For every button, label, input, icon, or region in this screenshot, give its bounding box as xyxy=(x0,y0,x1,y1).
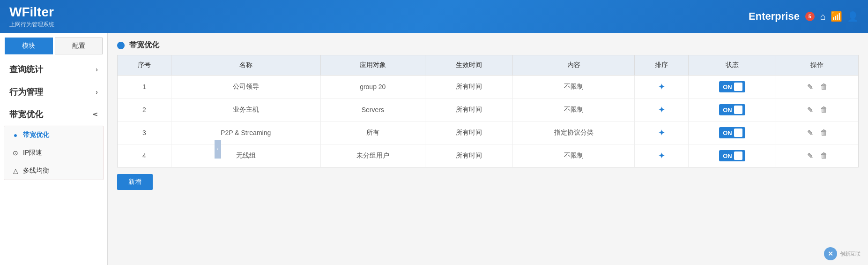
cell-content: 不限制 xyxy=(513,98,634,121)
sidebar-item-behavior-label: 行为管理 xyxy=(9,86,43,98)
toggle-knob xyxy=(734,129,742,137)
action-icons: ✎ 🗑 xyxy=(780,128,854,138)
sidebar-item-query-stats[interactable]: 查询统计 › xyxy=(0,58,107,81)
sidebar-item-behavior[interactable]: 行为管理 › xyxy=(0,81,107,103)
wifi-icon[interactable]: 📶 xyxy=(831,11,842,22)
toggle-on-label: ON xyxy=(723,129,732,136)
app-header: WFilter 上网行为管理系统 Enterprise 5 ⌂ 📶 👤 xyxy=(0,0,868,33)
delete-icon[interactable]: 🗑 xyxy=(819,105,829,115)
col-action: 操作 xyxy=(776,55,858,76)
drag-handle-icon[interactable]: ✦ xyxy=(658,128,665,137)
col-status: 状态 xyxy=(689,55,776,76)
ip-limit-icon: ⊙ xyxy=(12,149,19,157)
sidebar-item-query-stats-label: 查询统计 xyxy=(9,64,43,75)
edit-icon[interactable]: ✎ xyxy=(805,105,815,115)
edit-icon[interactable]: ✎ xyxy=(805,151,815,161)
cell-time: 所有时间 xyxy=(425,98,512,121)
col-target: 应用对象 xyxy=(320,55,425,76)
page-header: 带宽优化 xyxy=(108,33,868,55)
chevron-right-icon: › xyxy=(96,66,98,73)
cell-actions: ✎ 🗑 xyxy=(776,121,858,144)
cell-status[interactable]: ON xyxy=(689,76,776,98)
bandwidth-table-container: 序号 名称 应用对象 生效时间 内容 排序 状态 操作 1 公司领导 group… xyxy=(117,55,859,167)
table-row: 2 业务主机 Servers 所有时间 不限制 ✦ ON ✎ 🗑 xyxy=(118,98,858,121)
status-toggle[interactable]: ON xyxy=(719,127,745,138)
footer-logo-icon: ✕ xyxy=(824,247,837,260)
enterprise-label: Enterprise xyxy=(749,10,800,23)
sidebar: 模块 配置 查询统计 › 行为管理 › 带宽优化 ∨ ● 带宽优化 xyxy=(0,33,108,265)
toggle-on-label: ON xyxy=(723,83,732,91)
cell-time: 所有时间 xyxy=(425,76,512,98)
col-name: 名称 xyxy=(171,55,320,76)
action-icons: ✎ 🗑 xyxy=(780,151,854,161)
cell-time: 所有时间 xyxy=(425,121,512,144)
home-icon[interactable]: ⌂ xyxy=(820,11,826,22)
edit-icon[interactable]: ✎ xyxy=(805,82,815,92)
main-content: 带宽优化 序号 名称 应用对象 生效时间 内容 排序 状态 操作 xyxy=(108,33,868,265)
cell-id: 4 xyxy=(118,144,171,167)
status-toggle[interactable]: ON xyxy=(719,81,745,92)
col-time: 生效时间 xyxy=(425,55,512,76)
sidebar-item-bandwidth-label: 带宽优化 xyxy=(9,109,43,120)
cell-id: 3 xyxy=(118,121,171,144)
toggle-on-label: ON xyxy=(723,106,732,114)
delete-icon[interactable]: 🗑 xyxy=(819,151,829,161)
cell-sort[interactable]: ✦ xyxy=(634,121,689,144)
user-icon[interactable]: 👤 xyxy=(847,11,859,22)
cell-target: 未分组用户 xyxy=(320,144,425,167)
col-id: 序号 xyxy=(118,55,171,76)
bandwidth-table: 序号 名称 应用对象 生效时间 内容 排序 状态 操作 1 公司领导 group… xyxy=(118,55,858,167)
table-row: 1 公司领导 group 20 所有时间 不限制 ✦ ON ✎ 🗑 xyxy=(118,76,858,98)
cell-actions: ✎ 🗑 xyxy=(776,144,858,167)
status-toggle[interactable]: ON xyxy=(719,150,745,161)
toggle-knob xyxy=(734,83,742,91)
status-toggle[interactable]: ON xyxy=(719,104,745,115)
cell-target: Servers xyxy=(320,98,425,121)
cell-target: 所有 xyxy=(320,121,425,144)
cell-name: 无线组 xyxy=(171,144,320,167)
sidebar-item-bandwidth[interactable]: 带宽优化 ∨ xyxy=(0,103,107,126)
action-icons: ✎ 🗑 xyxy=(780,105,854,115)
sidebar-subitem-bandwidth-opt[interactable]: ● 带宽优化 xyxy=(4,126,103,144)
action-icons: ✎ 🗑 xyxy=(780,82,854,92)
sidebar-subitem-ip-limit[interactable]: ⊙ IP限速 xyxy=(4,144,103,162)
sidebar-menu: 查询统计 › 行为管理 › 带宽优化 ∨ ● 带宽优化 ⊙ IP限速 xyxy=(0,54,107,265)
logo-subtitle: 上网行为管理系统 xyxy=(9,21,54,29)
cell-actions: ✎ 🗑 xyxy=(776,98,858,121)
drag-handle-icon[interactable]: ✦ xyxy=(658,151,665,160)
tab-module[interactable]: 模块 xyxy=(5,38,53,54)
notification-badge[interactable]: 5 xyxy=(805,12,815,21)
cell-name: 公司领导 xyxy=(171,76,320,98)
table-row: 3 P2P & Streaming 所有 所有时间 指定协议分类 ✦ ON ✎ … xyxy=(118,121,858,144)
cell-sort[interactable]: ✦ xyxy=(634,144,689,167)
cell-id: 2 xyxy=(118,98,171,121)
delete-icon[interactable]: 🗑 xyxy=(819,128,829,138)
drag-handle-icon[interactable]: ✦ xyxy=(658,82,665,91)
cell-status[interactable]: ON xyxy=(689,98,776,121)
cell-status[interactable]: ON xyxy=(689,121,776,144)
edit-icon[interactable]: ✎ xyxy=(805,128,815,138)
main-layout: 模块 配置 查询统计 › 行为管理 › 带宽优化 ∨ ● 带宽优化 xyxy=(0,33,868,265)
footer-logo: ✕ 创新互联 xyxy=(824,247,861,260)
add-button[interactable]: 新增 xyxy=(117,174,153,190)
cell-content: 不限制 xyxy=(513,76,634,98)
cell-status[interactable]: ON xyxy=(689,144,776,167)
sidebar-collapse-button[interactable]: ‹ xyxy=(215,140,221,159)
cell-name: 业务主机 xyxy=(171,98,320,121)
col-content: 内容 xyxy=(513,55,634,76)
drag-handle-icon[interactable]: ✦ xyxy=(658,105,665,114)
cell-actions: ✎ 🗑 xyxy=(776,76,858,98)
sidebar-subitem-multiline[interactable]: △ 多线均衡 xyxy=(4,162,103,180)
sidebar-tabs: 模块 配置 xyxy=(0,33,107,54)
sidebar-subitem-ip-limit-label: IP限速 xyxy=(23,149,42,157)
cell-id: 1 xyxy=(118,76,171,98)
cell-time: 所有时间 xyxy=(425,144,512,167)
tab-config[interactable]: 配置 xyxy=(55,38,103,54)
header-icons: ⌂ 📶 👤 xyxy=(820,11,859,22)
cell-sort[interactable]: ✦ xyxy=(634,76,689,98)
delete-icon[interactable]: 🗑 xyxy=(819,82,829,92)
table-header-row: 序号 名称 应用对象 生效时间 内容 排序 状态 操作 xyxy=(118,55,858,76)
sidebar-subitem-multiline-label: 多线均衡 xyxy=(23,167,49,175)
cell-sort[interactable]: ✦ xyxy=(634,98,689,121)
logo-area: WFilter 上网行为管理系统 xyxy=(9,5,54,29)
